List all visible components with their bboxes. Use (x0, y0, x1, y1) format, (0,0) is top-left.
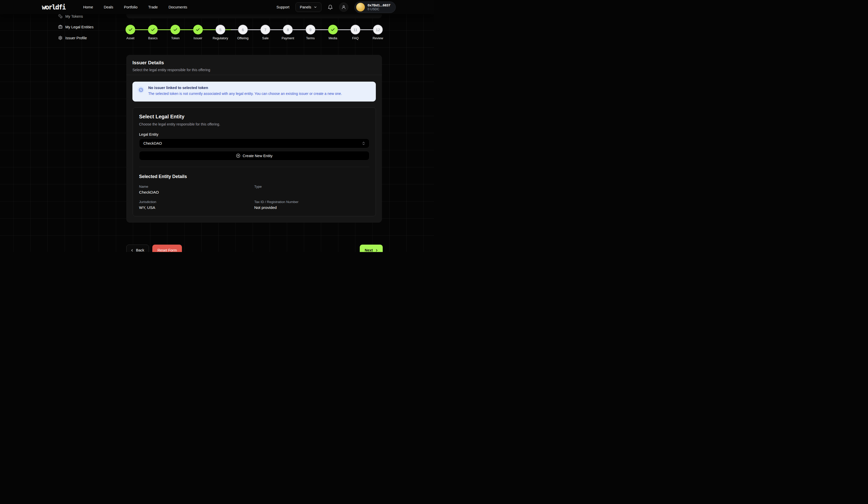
card-header: Issuer Details Select the legal entity r… (126, 55, 382, 75)
notifications-button[interactable] (328, 4, 333, 10)
sidebar-item-label: Issuer Profile (65, 36, 87, 40)
step-number: 9 (306, 25, 316, 34)
step-connector (316, 29, 328, 30)
step-review[interactable]: 12Review (373, 25, 383, 34)
detail-value: CheckDAO (139, 190, 255, 195)
check-icon (193, 25, 203, 34)
step-connector (338, 29, 351, 30)
detail-label: Name (139, 185, 255, 189)
step-label: Token (171, 36, 179, 40)
detail-label: Type (255, 185, 370, 189)
step-connector (293, 29, 306, 30)
app-background: worldfi HomeDealsPortfolioTradeDocuments… (0, 0, 434, 252)
step-connector (270, 29, 283, 30)
nav-item-portfolio[interactable]: Portfolio (124, 5, 137, 9)
check-icon (148, 25, 158, 34)
sidebar-item-my-tokens[interactable]: My Tokens (58, 14, 83, 18)
step-label: Terms (306, 36, 314, 40)
issuer-details-card: Issuer Details Select the legal entity r… (126, 55, 382, 223)
step-payment[interactable]: 8Payment (283, 25, 293, 34)
step-label: Offering (237, 36, 248, 40)
step-label: Basics (148, 36, 158, 40)
step-label: Regulatory (213, 36, 228, 40)
step-connector (180, 29, 193, 30)
check-icon (125, 25, 135, 34)
create-new-entity-button[interactable]: Create New Entity (139, 151, 370, 160)
sidebar-item-label: My Legal Entities (65, 25, 93, 29)
banner-body: The selected token is not currently asso… (148, 92, 342, 96)
step-number: 8 (283, 25, 293, 34)
next-label: Next (365, 248, 373, 252)
step-label: Asset (126, 36, 134, 40)
legal-entity-label: Legal Entity (139, 133, 158, 136)
page-subtitle: Select the legal entity responsible for … (132, 68, 376, 72)
stepper: AssetBasicsTokenIssuer5Regulatory6Offeri… (125, 25, 383, 43)
sidebar-item-label: My Tokens (65, 14, 83, 18)
step-terms[interactable]: 9Terms (306, 25, 316, 34)
step-connector (360, 29, 373, 30)
sidebar-item-my-legal-entities[interactable]: My Legal Entities (58, 25, 93, 29)
step-number: 11 (351, 25, 360, 34)
step-sale[interactable]: 7Sale (260, 25, 270, 34)
step-label: Payment (282, 36, 294, 40)
support-link[interactable]: Support (277, 5, 290, 9)
nav-item-home[interactable]: Home (83, 5, 93, 9)
legal-entity-select[interactable]: CheckDAO (139, 138, 370, 148)
step-label: FAQ (352, 36, 359, 40)
bell-icon (328, 4, 333, 10)
section-subtitle: Choose the legal entity responsible for … (139, 122, 220, 126)
wallet-pill[interactable]: 0x7Bd1...6837 0 USDC (354, 1, 396, 13)
detail-field: NameCheckDAO (139, 185, 255, 195)
nav-item-trade[interactable]: Trade (148, 5, 158, 9)
wallet-avatar (356, 3, 365, 11)
step-regulatory[interactable]: 5Regulatory (216, 25, 225, 34)
step-number: 5 (216, 25, 225, 34)
step-asset[interactable]: Asset (125, 25, 135, 34)
step-connector (135, 29, 148, 30)
sidebar-item-issuer-profile[interactable]: Issuer Profile (58, 36, 87, 40)
detail-label: Tax ID / Registration Number (255, 200, 370, 204)
step-issuer[interactable]: Issuer (193, 25, 203, 34)
next-button[interactable]: Next (360, 245, 383, 252)
detail-field: Tax ID / Registration NumberNot provided (255, 200, 370, 210)
plus-circle-icon (236, 154, 240, 158)
step-connector (158, 29, 170, 30)
back-button[interactable]: Back (126, 245, 149, 252)
detail-value: Not provided (255, 205, 370, 210)
panels-button[interactable]: Panels (296, 2, 321, 12)
badge-check-icon (137, 86, 144, 93)
banner-title: No issuer linked to selected token (148, 86, 342, 90)
back-label: Back (136, 248, 144, 252)
chevrons-up-down-icon (362, 141, 365, 145)
panels-label: Panels (300, 5, 311, 9)
step-basics[interactable]: Basics (148, 25, 158, 34)
step-label: Sale (262, 36, 269, 40)
nav-item-documents[interactable]: Documents (168, 5, 187, 9)
chevron-down-icon (313, 6, 317, 9)
step-label: Review (373, 36, 383, 40)
detail-field: JurisdictionWY, USA (139, 200, 255, 210)
step-connector (225, 29, 238, 30)
step-label: Issuer (194, 36, 202, 40)
step-number: 7 (260, 25, 270, 34)
step-connector (203, 29, 216, 30)
wallet-address: 0x7Bd1...6837 (368, 3, 390, 7)
legal-entity-selected-value: CheckDAO (143, 141, 162, 145)
coins-icon (58, 14, 62, 18)
chevron-right-icon (375, 249, 379, 252)
navbar-right-group: Support Panels 0x7Bd1...6837 (277, 1, 434, 13)
profile-button[interactable] (339, 2, 348, 12)
main-nav: HomeDealsPortfolioTradeDocuments (83, 5, 187, 9)
create-new-entity-label: Create New Entity (242, 154, 272, 158)
entity-details-grid: NameCheckDAOTypeJurisdictionWY, USATax I… (139, 185, 370, 210)
step-faq[interactable]: 11FAQ (351, 25, 360, 34)
step-media[interactable]: Media (328, 25, 338, 34)
worldfi-logo[interactable]: worldfi (42, 3, 65, 11)
user-icon (341, 5, 346, 9)
step-token[interactable]: Token (170, 25, 180, 34)
scrolled-card-bottom (126, 14, 382, 18)
nav-item-deals[interactable]: Deals (104, 5, 113, 9)
reset-form-button[interactable]: Reset Form (152, 245, 182, 252)
step-offering[interactable]: 6Offering (238, 25, 248, 34)
detail-field: Type (255, 185, 370, 195)
